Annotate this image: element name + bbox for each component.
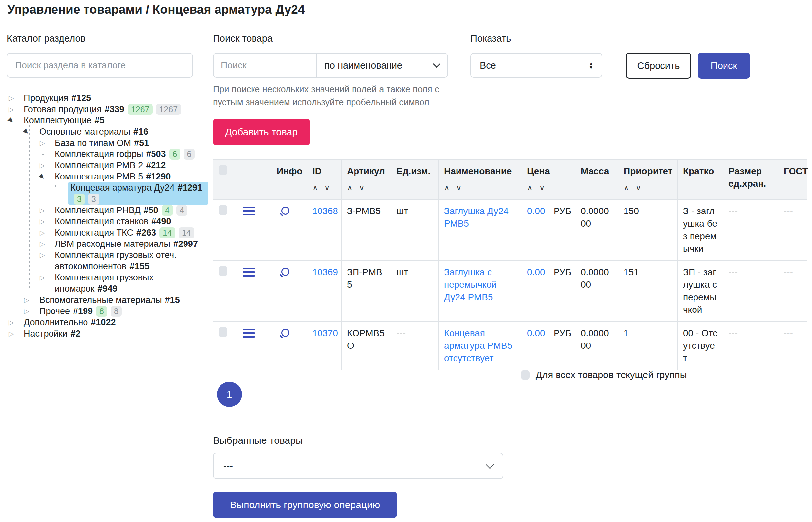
sort-desc-icon[interactable]: ∨: [456, 181, 462, 194]
info-magnifier-icon[interactable]: [281, 329, 290, 337]
row-menu-icon[interactable]: [243, 206, 255, 216]
tree-item-label[interactable]: Комплектующие: [24, 116, 92, 125]
search-field-select-value: по наименование: [324, 60, 402, 71]
tree-item-label[interactable]: База по типам ОМ: [55, 138, 131, 148]
row-checkbox[interactable]: [219, 205, 227, 215]
tree-item[interactable]: Основные материалы#16: [6, 126, 208, 137]
search-field-select[interactable]: по наименование: [316, 54, 447, 77]
tree-item-label[interactable]: Готовая продукция: [24, 104, 102, 114]
product-price-link[interactable]: 0.00: [527, 328, 545, 338]
tree-item[interactable]: Комплектация РМВ 2#212: [6, 160, 208, 171]
info-magnifier-icon[interactable]: [281, 267, 290, 276]
product-id-link[interactable]: 10369: [312, 267, 338, 277]
selected-products-select[interactable]: ---: [213, 453, 503, 479]
tree-expander-icon[interactable]: [8, 104, 22, 115]
tree-expander-icon[interactable]: [40, 272, 53, 283]
tree-item[interactable]: Комплектация гофры#50366: [6, 148, 208, 160]
header-size: Размер ед.хран.: [723, 160, 778, 200]
tree-expander-icon[interactable]: [40, 227, 53, 238]
tree-expander-icon[interactable]: [24, 294, 37, 305]
tree-expander-icon[interactable]: [8, 115, 22, 126]
tree-item[interactable]: Продукция#125: [6, 93, 208, 104]
tree-item-label[interactable]: ЛВМ расходные материалы: [55, 239, 170, 249]
tree-item[interactable]: ЛВМ расходные материалы#2997: [6, 238, 208, 249]
tree-expander-icon[interactable]: [24, 305, 37, 317]
tree-item-label[interactable]: Комплектация РМВ 2: [55, 160, 143, 170]
tree-item-label[interactable]: Комплектация ТКС: [55, 228, 133, 238]
tree-item-label[interactable]: Концевая арматура Ду24: [70, 183, 175, 193]
add-product-button[interactable]: Добавить товар: [213, 119, 310, 145]
tree-item-label[interactable]: Настройки: [24, 329, 67, 339]
show-select[interactable]: Все ▲▼: [470, 53, 602, 78]
tree-item[interactable]: Комплектация грузовых иномарок#949: [6, 272, 208, 294]
catalog-search-input[interactable]: [6, 53, 193, 78]
search-button[interactable]: Поиск: [698, 53, 750, 79]
tree-expander-icon[interactable]: [24, 126, 37, 137]
tree-expander-icon[interactable]: [40, 137, 53, 148]
tree-expander-icon[interactable]: [40, 216, 53, 227]
sort-asc-icon[interactable]: ∧: [623, 181, 629, 194]
header-gost: ГОСТ: [778, 160, 807, 200]
sort-desc-icon[interactable]: ∨: [636, 181, 641, 194]
tree-expander-icon[interactable]: [8, 328, 22, 339]
tree-item-label[interactable]: Вспомогательные материалы: [39, 295, 162, 305]
tree-item-label[interactable]: Комплектация РНВД: [55, 205, 141, 215]
tree-item[interactable]: Комплектация РНВД#5044: [6, 205, 208, 216]
tree-item[interactable]: Комплектация РМВ 5#1290: [6, 171, 208, 182]
tree-item[interactable]: Комплектующие#5: [6, 115, 208, 126]
tree-item[interactable]: Вспомогательные материалы#15: [6, 294, 208, 305]
tree-item-label[interactable]: Основные материалы: [39, 127, 131, 137]
sort-asc-icon[interactable]: ∧: [347, 181, 353, 194]
row-menu-icon[interactable]: [243, 267, 255, 277]
row-checkbox[interactable]: [219, 327, 227, 337]
product-name-link[interactable]: Концевая арматура РМВ5 отсутствует: [444, 328, 512, 363]
header-name: Наименование ∧∨: [439, 160, 522, 200]
tree-item[interactable]: Комплектация грузовых отеч. автокомпонен…: [6, 249, 208, 272]
tree-expander-icon[interactable]: [8, 317, 22, 328]
group-operation-button[interactable]: Выполнить групповую операцию: [213, 491, 397, 518]
info-magnifier-icon[interactable]: [281, 206, 290, 215]
tree-expander-icon[interactable]: [8, 93, 22, 104]
tree-item[interactable]: База по типам ОМ#51: [6, 137, 208, 148]
product-name-link[interactable]: Заглушка с перемычкой Ду24 РМВ5: [444, 267, 497, 302]
page-title: Управление товарами / Концевая арматура …: [7, 3, 305, 17]
row-menu-icon[interactable]: [243, 329, 255, 338]
sort-asc-icon[interactable]: ∧: [444, 181, 450, 194]
all-products-checkbox[interactable]: [521, 370, 530, 380]
tree-item-label[interactable]: Продукция: [24, 93, 68, 103]
tree-item-label[interactable]: Комплектация станков: [55, 217, 148, 226]
product-price-link[interactable]: 0.00: [527, 206, 545, 216]
product-name-link[interactable]: Заглушка Ду24 РМВ5: [444, 206, 509, 229]
tree-expander-icon[interactable]: [40, 205, 53, 216]
sort-desc-icon[interactable]: ∨: [324, 181, 330, 194]
tree-item-label[interactable]: Прочее: [39, 306, 70, 316]
product-price-link[interactable]: 0.00: [527, 267, 545, 277]
tree-expander-icon[interactable]: [40, 171, 53, 182]
tree-item[interactable]: Настройки#2: [6, 328, 208, 339]
tree-item[interactable]: Прочее#19988: [6, 305, 208, 317]
tree-item[interactable]: Дополнительно#1022: [6, 317, 208, 328]
tree-item-label[interactable]: Комплектация грузовых отеч. автокомпонен…: [55, 250, 177, 271]
tree-item[interactable]: Готовая продукция#33912671267: [6, 104, 208, 115]
tree-expander-icon[interactable]: [40, 160, 53, 171]
tree-item-label[interactable]: Дополнительно: [24, 317, 88, 327]
row-checkbox[interactable]: [219, 266, 227, 276]
product-id-link[interactable]: 10368: [312, 206, 338, 216]
tree-item-selected[interactable]: Концевая арматура Ду24#129133: [6, 182, 208, 205]
tree-item-label[interactable]: Комплектация гофры: [55, 149, 143, 159]
product-id-link[interactable]: 10370: [312, 328, 338, 338]
sort-desc-icon[interactable]: ∨: [539, 181, 545, 194]
sort-desc-icon[interactable]: ∨: [359, 181, 365, 194]
tree-expander-icon[interactable]: [40, 249, 53, 261]
product-search-input[interactable]: [214, 54, 316, 77]
tree-item[interactable]: Комплектация станков#490: [6, 216, 208, 227]
tree-item[interactable]: Комплектация ТКС#2631414: [6, 227, 208, 238]
pagination-page-1[interactable]: 1: [217, 382, 242, 407]
tree-item-label[interactable]: Комплектация РМВ 5: [55, 172, 143, 181]
select-all-checkbox[interactable]: [219, 165, 227, 175]
sort-asc-icon[interactable]: ∧: [312, 181, 318, 194]
reset-button[interactable]: Сбросить: [626, 53, 691, 79]
sort-asc-icon[interactable]: ∧: [527, 181, 533, 194]
header-id: ID ∧∨: [307, 160, 342, 200]
tree-expander-icon[interactable]: [40, 238, 53, 249]
